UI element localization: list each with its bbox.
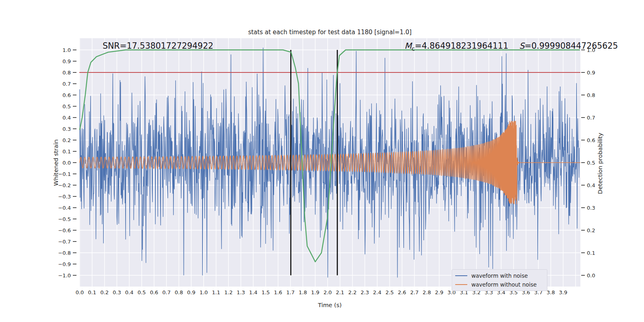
svg-text:0.2: 0.2: [62, 137, 71, 143]
svg-text:0.4: 0.4: [125, 289, 134, 295]
annotation-chirp-mass: Mc=4.864918231964111: [405, 41, 508, 52]
svg-text:−0.6: −0.6: [58, 227, 71, 233]
legend-swatch-orange: [455, 284, 467, 285]
svg-text:2.0: 2.0: [324, 289, 332, 295]
svg-text:1.9: 1.9: [311, 289, 320, 295]
svg-text:1.7: 1.7: [286, 289, 295, 295]
svg-text:−0.5: −0.5: [58, 216, 71, 222]
svg-text:2.7: 2.7: [410, 289, 419, 295]
svg-text:−0.1: −0.1: [58, 171, 71, 177]
y-axis-label-left: Whitened strain: [53, 139, 59, 186]
svg-text:2.9: 2.9: [435, 289, 444, 295]
legend-item-with-noise: waveform with noise: [455, 272, 543, 279]
chirp-mass-value: =4.864918231964111: [415, 41, 508, 51]
svg-text:2.4: 2.4: [373, 289, 382, 295]
svg-text:0.5: 0.5: [138, 289, 146, 295]
svg-text:0.0: 0.0: [62, 160, 71, 166]
svg-text:0.8: 0.8: [62, 70, 71, 76]
svg-text:1.6: 1.6: [274, 289, 282, 295]
y-right-tick-marks: [581, 50, 585, 275]
svg-text:0.0: 0.0: [587, 272, 595, 279]
svg-text:0.5: 0.5: [587, 160, 595, 166]
svg-text:0.1: 0.1: [587, 250, 595, 256]
y-left-tick-labels: 1.00.90.80.70.60.50.40.30.20.10.0−0.1−0.…: [58, 47, 71, 279]
legend-swatch-blue: [455, 275, 467, 276]
svg-text:2.5: 2.5: [386, 289, 394, 295]
chirp-mass-subscript: c: [412, 45, 415, 52]
y-right-tick-labels: 1.00.90.80.70.60.50.40.30.20.10.0: [587, 47, 595, 279]
svg-text:1.2: 1.2: [224, 289, 233, 295]
svg-text:0.2: 0.2: [587, 227, 595, 233]
svg-text:0.8: 0.8: [175, 289, 183, 295]
svg-text:0.7: 0.7: [162, 289, 171, 295]
x-axis-label: Time (s): [79, 302, 580, 308]
svg-text:−0.7: −0.7: [58, 239, 71, 245]
svg-text:3.9: 3.9: [559, 289, 568, 295]
svg-text:0.6: 0.6: [62, 92, 71, 98]
annotation-snr: SNR=17.53801727294922: [103, 41, 213, 51]
svg-text:0.3: 0.3: [113, 289, 121, 295]
svg-text:0.4: 0.4: [62, 115, 71, 121]
legend-label: waveform with noise: [471, 272, 528, 279]
svg-text:2.2: 2.2: [348, 289, 357, 295]
svg-text:−1.0: −1.0: [58, 272, 71, 279]
significance-symbol: S: [519, 41, 524, 51]
chart-title: stats at each timestep for test data 118…: [79, 29, 580, 36]
svg-text:−0.9: −0.9: [58, 261, 71, 267]
svg-text:0.3: 0.3: [587, 205, 595, 211]
svg-text:2.3: 2.3: [361, 289, 369, 295]
svg-text:−0.8: −0.8: [58, 250, 71, 256]
svg-text:2.8: 2.8: [423, 289, 431, 295]
legend-label: waveform without noise: [471, 281, 537, 288]
svg-text:0.1: 0.1: [62, 149, 71, 155]
svg-text:0.7: 0.7: [587, 115, 595, 121]
svg-text:2.6: 2.6: [398, 289, 406, 295]
svg-text:0.2: 0.2: [100, 289, 109, 295]
svg-text:0.1: 0.1: [88, 289, 96, 295]
chirp-mass-symbol: M: [405, 41, 412, 51]
svg-text:1.3: 1.3: [237, 289, 245, 295]
legend-item-without-noise: waveform without noise: [455, 281, 543, 288]
y-axis-label-right: Detection probability: [597, 133, 603, 194]
svg-text:2.1: 2.1: [336, 289, 344, 295]
svg-text:0.6: 0.6: [150, 289, 158, 295]
svg-text:0.7: 0.7: [62, 81, 71, 87]
svg-text:0.5: 0.5: [62, 103, 71, 109]
svg-text:0.4: 0.4: [587, 182, 595, 188]
svg-text:0.6: 0.6: [587, 137, 595, 143]
svg-text:−0.3: −0.3: [58, 194, 71, 200]
figure: 0.00.10.20.30.40.50.60.70.80.91.01.11.21…: [0, 0, 644, 322]
svg-text:0.3: 0.3: [62, 126, 71, 132]
svg-text:0.9: 0.9: [587, 70, 595, 76]
svg-text:0.9: 0.9: [62, 58, 71, 64]
svg-text:1.8: 1.8: [299, 289, 307, 295]
svg-text:1.0: 1.0: [200, 289, 208, 295]
svg-text:−0.4: −0.4: [58, 205, 71, 211]
svg-text:0.0: 0.0: [76, 289, 84, 295]
svg-text:0.9: 0.9: [187, 289, 196, 295]
svg-text:3.8: 3.8: [547, 289, 555, 295]
y-left-tick-marks: [73, 50, 76, 275]
svg-text:1.0: 1.0: [62, 47, 71, 53]
svg-text:−0.2: −0.2: [58, 182, 71, 188]
annotation-significance: S=0.999908447265625: [519, 41, 618, 51]
legend: waveform with noise waveform without noi…: [452, 269, 547, 291]
significance-value: =0.999908447265625: [524, 41, 618, 51]
svg-text:1.4: 1.4: [249, 289, 258, 295]
svg-text:0.8: 0.8: [587, 92, 595, 98]
svg-text:1.5: 1.5: [262, 289, 270, 295]
svg-text:1.1: 1.1: [212, 289, 220, 295]
